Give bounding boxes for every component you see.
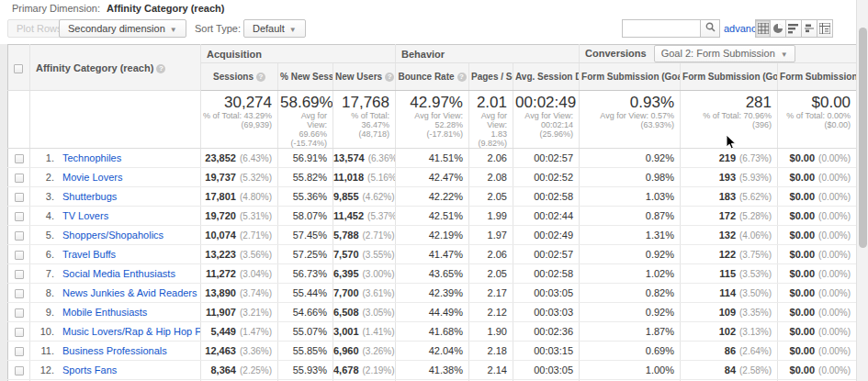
- search-button[interactable]: [700, 19, 720, 38]
- sort-type-button[interactable]: Default▼: [243, 19, 306, 38]
- row-checkbox[interactable]: [15, 328, 24, 337]
- row-checkbox[interactable]: [15, 270, 24, 279]
- pct-new-sessions-cell: 56.73%: [278, 264, 333, 284]
- row-checkbox[interactable]: [15, 308, 24, 318]
- row-checkbox-cell: [8, 226, 30, 245]
- goal-value-column-header[interactable]: Form Submission (Goal 2 Value)?: [778, 63, 857, 91]
- dimension-cell: 11.Business Professionals: [30, 342, 201, 361]
- row-checkbox[interactable]: [15, 347, 24, 356]
- affinity-category-link[interactable]: TV Lovers: [62, 210, 108, 221]
- totals-row: 30,274% of Total: 43.29% (69,939) 58.69%…: [8, 91, 857, 149]
- goal-conversion-rate-cell: 0.69%: [580, 342, 681, 361]
- affinity-category-link[interactable]: Sports Fans: [62, 364, 117, 375]
- percentage-view-button[interactable]: [771, 19, 786, 38]
- pages-session-cell: 2.05: [469, 187, 513, 207]
- goal-conversion-rate-cell: 1.00%: [580, 361, 681, 380]
- secondary-dimension-button[interactable]: Secondary dimension▼: [59, 19, 186, 38]
- affinity-category-link[interactable]: Music Lovers/Rap & Hip Hop Fans: [62, 326, 201, 337]
- affinity-category-link[interactable]: Shutterbugs: [62, 191, 117, 202]
- table-row: 9.Mobile Enthusiasts 11,907(3.21%) 54.66…: [8, 303, 857, 322]
- affinity-category-link[interactable]: Technophiles: [62, 152, 121, 163]
- row-checkbox[interactable]: [15, 231, 24, 241]
- help-icon[interactable]: ?: [256, 73, 265, 82]
- row-checkbox[interactable]: [15, 212, 24, 221]
- goal-completions-cell: 193(5.93%): [681, 168, 778, 187]
- scrollbar-thumb[interactable]: [859, 28, 867, 248]
- pages-session-column-header[interactable]: Pages / Session?: [469, 63, 513, 91]
- pct-new-sessions-cell: 55.82%: [278, 168, 333, 187]
- bounce-rate-cell: 42.04%: [396, 342, 469, 361]
- select-all-cell: [8, 45, 30, 91]
- row-checkbox[interactable]: [15, 193, 24, 202]
- table-body: 1.Technophiles 23,852(6.43%) 56.91% 13,5…: [8, 149, 857, 381]
- bounce-rate-column-header[interactable]: Bounce Rate?: [396, 63, 469, 91]
- goal-value-cell: $0.00(0.00%): [778, 361, 857, 380]
- select-all-checkbox[interactable]: [14, 64, 23, 73]
- primary-dimension-value[interactable]: Affinity Category (reach): [107, 3, 224, 14]
- row-checkbox[interactable]: [15, 154, 24, 163]
- goal-completions-cell: 114(3.50%): [681, 284, 778, 303]
- row-checkbox[interactable]: [15, 251, 24, 260]
- affinity-category-link[interactable]: Shoppers/Shopaholics: [62, 230, 163, 241]
- table-row: 4.TV Lovers 19,720(5.31%) 58.07% 11,452(…: [8, 207, 857, 226]
- goal-completions-cell: 84(2.58%): [681, 361, 778, 380]
- sessions-column-header[interactable]: Sessions?: [201, 63, 278, 91]
- dimension-cell: 7.Social Media Enthusiasts: [30, 264, 201, 284]
- totals-goal-value: $0.00% of Total: 0.00% ($0.00): [778, 91, 857, 149]
- totals-pages-session: 2.01Avg for View: 1.83 (9.82%): [469, 91, 513, 149]
- performance-view-button[interactable]: [786, 19, 802, 38]
- goal-completions-cell: 132(4.06%): [681, 226, 778, 245]
- pct-new-sessions-column-header[interactable]: % New Sessions?: [278, 63, 333, 91]
- help-icon[interactable]: ?: [457, 73, 467, 82]
- row-index: 5.: [34, 230, 54, 241]
- avg-duration-cell: 00:02:44: [513, 207, 580, 226]
- dimension-cell: 12.Sports Fans: [30, 361, 201, 380]
- goal-completions-cell: 86(2.64%): [681, 342, 778, 361]
- affinity-category-link[interactable]: Business Professionals: [62, 345, 167, 356]
- goal-completions-column-header[interactable]: Form Submission (Goal 2 Completions)?↓: [681, 63, 778, 91]
- bounce-rate-cell: 41.51%: [396, 149, 469, 168]
- goal-completions-cell: 183(5.62%): [681, 187, 778, 207]
- help-icon[interactable]: ?: [385, 73, 394, 82]
- avg-duration-cell: 00:02:52: [513, 168, 580, 187]
- affinity-category-link[interactable]: Movie Lovers: [62, 172, 122, 183]
- row-checkbox[interactable]: [15, 174, 24, 183]
- chevron-down-icon: ▼: [289, 26, 297, 34]
- totals-pct-new-sessions: 58.69%Avg for View: 69.66% (-15.74%): [278, 91, 333, 149]
- search-input[interactable]: [622, 19, 700, 38]
- chevron-down-icon: ▼: [781, 50, 788, 59]
- vertical-scrollbar[interactable]: [856, 0, 868, 381]
- table-view-icon: [758, 23, 769, 34]
- sessions-cell: 23,852(6.43%): [201, 149, 278, 168]
- affinity-category-link[interactable]: Social Media Enthusiasts: [62, 268, 175, 279]
- avg-duration-column-header[interactable]: Avg. Session Duration?: [513, 63, 580, 91]
- goal-conversion-rate-cell: 1.03%: [580, 187, 681, 207]
- sessions-cell: 17,801(4.80%): [201, 187, 278, 207]
- row-checkbox[interactable]: [15, 289, 24, 298]
- totals-new-users: 17,768% of Total: 36.47% (48,718): [333, 91, 396, 149]
- new-users-cell: 11,452(5.37%): [333, 207, 396, 226]
- dimension-cell: 1.Technophiles: [30, 149, 201, 168]
- conversions-label: Conversions: [585, 48, 647, 59]
- sort-type-value: Default: [253, 23, 285, 34]
- affinity-category-link[interactable]: Travel Buffs: [62, 249, 116, 260]
- bounce-rate-cell: 41.68%: [396, 322, 469, 342]
- help-icon[interactable]: ?: [156, 64, 165, 73]
- goal-selector-dropdown[interactable]: Goal 2: Form Submission▼: [654, 45, 795, 62]
- goal-conversion-rate-column-header[interactable]: Form Submission (Goal 2 Conversion Rate)…: [580, 63, 681, 91]
- dimension-column-header[interactable]: Affinity Category (reach)?: [30, 45, 201, 91]
- goal-value-cell: $0.00(0.00%): [778, 322, 857, 342]
- pivot-view-button[interactable]: [817, 19, 833, 38]
- comparison-view-button[interactable]: [802, 19, 817, 38]
- pages-session-cell: 2.12: [469, 303, 513, 322]
- sort-type-label: Sort Type:: [195, 23, 241, 34]
- chevron-down-icon: ▼: [170, 26, 177, 34]
- table-row: 6.Travel Buffs 13,223(3.56%) 57.25% 7,57…: [8, 245, 857, 264]
- data-table-view-button[interactable]: [755, 19, 771, 38]
- row-checkbox[interactable]: [15, 366, 24, 375]
- new-users-column-header[interactable]: New Users?: [333, 63, 396, 91]
- bounce-rate-cell: 42.51%: [396, 207, 469, 226]
- avg-duration-cell: 00:03:05: [513, 361, 580, 380]
- affinity-category-link[interactable]: Mobile Enthusiasts: [62, 307, 147, 318]
- affinity-category-link[interactable]: News Junkies & Avid Readers: [62, 287, 197, 298]
